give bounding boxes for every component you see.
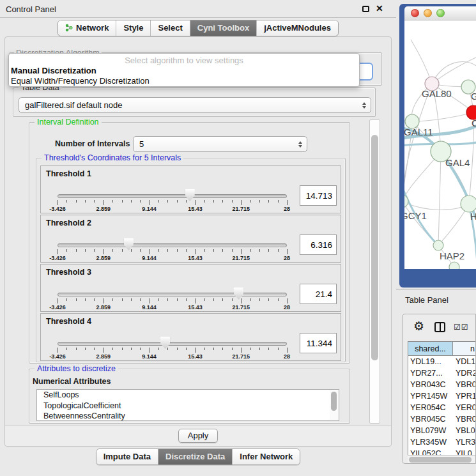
threshold-slider-track[interactable] [58, 293, 287, 296]
network-view-window: GAL80GACGAL11GAL4GCY1HHAP2 [399, 4, 476, 288]
table-rows: YDL19...YDL1YDR27...YDR2YBR043CYBR0YPR14… [408, 356, 476, 455]
cell-name[interactable]: YBL0 [453, 425, 476, 436]
cell-shared-name[interactable]: YBR043C [408, 379, 453, 390]
tab-select[interactable]: Select [150, 20, 189, 36]
number-of-intervals-combobox[interactable]: 5 [133, 136, 307, 152]
table-row[interactable]: YPR145WYPR1 [408, 390, 476, 402]
threshold-slider-track[interactable] [58, 243, 287, 247]
settings-scrollbar[interactable] [369, 119, 380, 424]
table-header: shared...n [408, 341, 476, 356]
tab-discretize-data[interactable]: Discretize Data [158, 449, 232, 464]
thresholds-group: Threshold's Coordinates for 5 Intervals … [36, 158, 346, 362]
cell-shared-name[interactable]: YBL079W [408, 425, 453, 436]
tab-jactivemnodules[interactable]: jActiveMNodules [256, 20, 338, 36]
thresholds-group-title: Threshold's Coordinates for 5 Intervals [42, 153, 183, 162]
cell-shared-name[interactable]: YLR345W [408, 436, 453, 448]
table-horizontal-scrollbar[interactable] [408, 455, 476, 463]
cell-shared-name[interactable]: YPR145W [408, 390, 453, 402]
threshold-slider-track[interactable] [58, 194, 287, 198]
tab-label: Impute Data [104, 452, 151, 461]
network-node[interactable] [461, 196, 476, 212]
table-row[interactable]: YER054CYER0 [408, 402, 476, 413]
column-header-shared[interactable]: shared... [408, 342, 453, 355]
settings-scrollbar-thumb[interactable] [371, 135, 378, 360]
minimize-traffic-light[interactable] [424, 9, 432, 17]
network-canvas[interactable]: GAL80GACGAL11GAL4GCY1HHAP2 [404, 20, 476, 269]
column-header-n[interactable]: n [453, 342, 476, 355]
cell-name[interactable]: YDL1 [453, 356, 476, 367]
zoom-traffic-light[interactable] [436, 9, 445, 17]
float-window-icon[interactable] [362, 6, 369, 12]
number-of-intervals-label: Number of Intervals [55, 139, 130, 148]
table-row[interactable]: YBL079WYBL0 [408, 425, 476, 436]
cell-shared-name[interactable]: YER054C [408, 402, 453, 413]
network-edge [432, 56, 476, 84]
tab-label: Select [158, 23, 182, 33]
slider-ticks [58, 348, 287, 353]
tab-impute-data[interactable]: Impute Data [96, 449, 158, 464]
network-node-label: GA [471, 91, 476, 102]
close-traffic-light[interactable] [411, 9, 419, 17]
tab-network[interactable]: Network [58, 20, 116, 36]
cell-shared-name[interactable]: YDL19... [408, 356, 453, 367]
cell-name[interactable]: YLR3 [453, 436, 476, 448]
split-columns-icon[interactable] [434, 322, 445, 332]
attribute-list-item[interactable]: TopologicalCoefficient [37, 401, 339, 411]
threshold-value-field[interactable]: 11.344 [300, 333, 337, 353]
apply-button[interactable]: Apply [178, 429, 219, 443]
algorithm-option-equal-width[interactable]: Equal Width/Frequency Discretization [9, 76, 359, 86]
threshold-value-field[interactable]: 21.4 [300, 284, 337, 304]
cell-shared-name[interactable]: YIL052C [408, 448, 453, 455]
table-data-combobox[interactable]: galFiltered.sif default node [19, 97, 371, 113]
table-row[interactable]: YBR043CYBR0 [408, 379, 476, 390]
algorithm-option-manual[interactable]: Manual Discretization [9, 66, 359, 76]
cell-name[interactable]: YBR0 [453, 379, 476, 390]
network-node-label: GAL80 [422, 88, 452, 99]
tab-cyni-toolbox[interactable]: Cyni Toolbox [190, 20, 256, 36]
tab-label: Cyni Toolbox [197, 23, 249, 33]
threshold-slider-track[interactable] [58, 342, 287, 346]
table-row[interactable]: YIL052CYIL0 [408, 448, 476, 455]
threshold-panel-1: Threshold 1-3.4262.8599.14415.4321.71528… [40, 165, 341, 213]
attribute-list-item[interactable]: BetweennessCentrality [37, 411, 339, 421]
table-row[interactable]: YDR27...YDR2 [408, 367, 476, 379]
tab-style[interactable]: Style [116, 20, 150, 36]
threshold-value-field[interactable]: 6.316 [300, 234, 337, 255]
top-tab-group: NetworkStyleSelectCyni ToolboxjActiveMNo… [58, 20, 339, 36]
network-icon [65, 24, 73, 32]
cell-name[interactable]: YDR2 [453, 367, 476, 379]
network-node[interactable] [404, 195, 408, 208]
combo-arrows-icon [362, 102, 366, 109]
cell-name[interactable]: YER0 [453, 402, 476, 413]
network-node-label: H [470, 211, 476, 222]
tab-label: Network [76, 23, 109, 33]
gear-icon[interactable]: ⚙ [413, 320, 424, 332]
node-table: shared...n YDL19...YDL1YDR27...YDR2YBR04… [408, 341, 476, 455]
table-scrollbar-thumb[interactable] [409, 457, 472, 463]
network-node-label: GCY1 [404, 210, 427, 221]
control-panel-title: Control Panel [6, 4, 56, 14]
table-data-group: Table Data galFiltered.sif default node [13, 88, 376, 117]
select-columns-checkboxes-icon[interactable]: ☑☑ [454, 323, 469, 332]
cell-name[interactable]: YIL0 [453, 448, 476, 455]
tab-infer-network[interactable]: Infer Network [232, 449, 300, 464]
table-row[interactable]: YBR045CYBR0 [408, 413, 476, 425]
tab-label: Discretize Data [165, 452, 225, 461]
threshold-value-field[interactable]: 14.713 [300, 185, 337, 206]
attribute-list-item[interactable]: SelfLoops [37, 390, 339, 401]
network-node[interactable] [433, 240, 443, 250]
cell-shared-name[interactable]: YDR27... [408, 367, 453, 379]
close-icon[interactable]: ✕ [376, 3, 383, 13]
tab-label: Infer Network [240, 452, 293, 461]
combo-arrows-icon [298, 141, 302, 148]
table-row[interactable]: YLR345WYLR3 [408, 436, 476, 448]
cell-name[interactable]: YBR0 [453, 413, 476, 425]
algorithm-dropdown-popup: Select algorithm to view settings Manual… [8, 53, 360, 87]
cell-name[interactable]: YPR1 [453, 390, 476, 402]
cell-shared-name[interactable]: YBR045C [408, 413, 453, 425]
list-scrollbar-thumb[interactable] [331, 392, 337, 411]
list-scrollbar[interactable] [330, 390, 338, 420]
network-node[interactable] [449, 262, 459, 269]
network-window-titlebar[interactable] [404, 6, 476, 20]
table-row[interactable]: YDL19...YDL1 [408, 356, 476, 367]
